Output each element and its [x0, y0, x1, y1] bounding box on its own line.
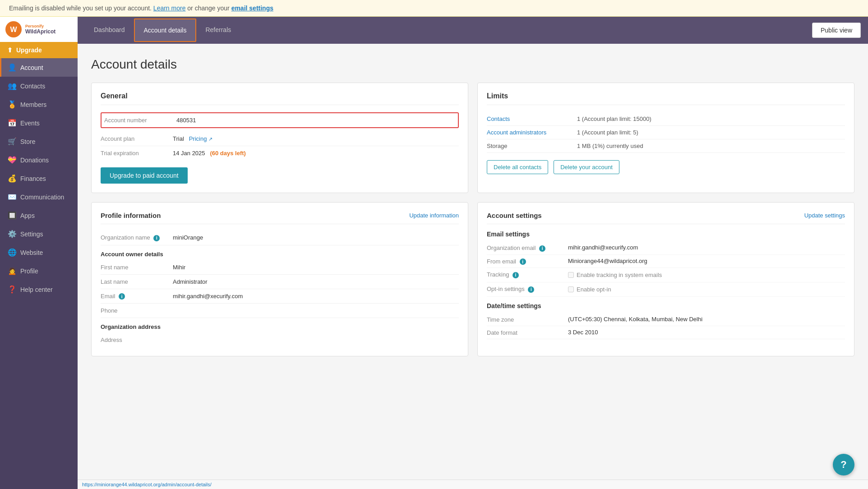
sidebar-item-apps[interactable]: 🔲Apps [0, 206, 78, 225]
tab-dashboard[interactable]: Dashboard [85, 19, 134, 42]
donations-icon: 💝 [8, 156, 16, 164]
email-value: mihir.gandhi@xecurify.com [173, 293, 459, 300]
members-icon: 🏅 [8, 100, 16, 109]
account-number-label: Account number [104, 117, 176, 124]
profile-info-card: Profile information Update information O… [91, 202, 468, 356]
date-format-value: 3 Dec 2010 [568, 329, 845, 336]
sidebar-item-settings[interactable]: ⚙️Settings [0, 225, 78, 243]
sidebar-label-donations: Donations [20, 157, 49, 164]
org-email-label: Organization email i [487, 244, 568, 252]
sidebar-item-events[interactable]: 📅Events [0, 114, 78, 132]
limits-storage-row: Storage 1 MB (1%) currently used [487, 139, 845, 153]
sidebar-item-communication[interactable]: ✉️Communication [0, 188, 78, 206]
settings-icon: ⚙️ [8, 230, 16, 238]
sidebar-label-apps: Apps [20, 212, 35, 219]
logo-brand: Personify [25, 24, 55, 28]
profile-icon: 🙍 [8, 267, 16, 275]
sidebar-item-help[interactable]: ❓Help center [0, 280, 78, 299]
communication-icon: ✉️ [8, 193, 16, 201]
account-settings-card: Account settings Update settings Email s… [477, 202, 854, 356]
datetime-settings-heading: Date/time settings [487, 302, 845, 309]
org-email-value: mihir.gandhi@xecurify.com [568, 244, 845, 251]
account-icon: 👤 [8, 63, 16, 72]
org-name-value: miniOrange [173, 234, 459, 241]
limits-card-title: Limits [487, 92, 845, 105]
update-settings-link[interactable]: Update settings [804, 212, 845, 219]
sidebar-label-profile: Profile [20, 268, 38, 275]
sidebar-item-members[interactable]: 🏅Members [0, 95, 78, 114]
cards-grid: General Account number 480531 Account pl… [91, 83, 854, 356]
website-icon: 🌐 [8, 248, 16, 257]
sidebar-label-members: Members [20, 101, 46, 108]
delete-account-button[interactable]: Delete your account [554, 160, 619, 174]
optin-row: Opt-in settings i Enable opt-in [487, 282, 845, 297]
store-icon: 🛒 [8, 137, 16, 146]
sidebar-item-finances[interactable]: 💰Finances [0, 169, 78, 188]
help-button[interactable]: ? [833, 454, 854, 475]
svg-text:W: W [10, 26, 17, 33]
address-row: Address [101, 333, 459, 347]
update-information-link[interactable]: Update information [409, 212, 459, 219]
sidebar-label-finances: Finances [20, 175, 46, 182]
timezone-value: (UTC+05:30) Chennai, Kolkata, Mumbai, Ne… [568, 316, 845, 323]
tab-account-details[interactable]: Account details [134, 18, 197, 42]
timezone-label: Time zone [487, 316, 568, 323]
from-email-info-icon: i [520, 258, 526, 265]
learn-more-link[interactable]: Learn more [153, 5, 186, 12]
sidebar-item-contacts[interactable]: 👥Contacts [0, 77, 78, 95]
last-name-value: Administrator [173, 278, 459, 285]
contacts-link[interactable]: Contacts [487, 115, 577, 122]
org-name-label: Organization name i [101, 234, 173, 241]
account-admins-link[interactable]: Account administrators [487, 129, 577, 136]
sidebar-label-help: Help center [20, 286, 53, 293]
org-name-row: Organization name i miniOrange [101, 231, 459, 245]
trial-expiration-value: 14 Jan 2025 (60 days left) [173, 150, 459, 157]
public-view-button[interactable]: Public view [812, 23, 861, 38]
email-info-icon: i [119, 293, 125, 300]
sidebar-item-store[interactable]: 🛒Store [0, 132, 78, 151]
tracking-checkbox[interactable] [568, 272, 574, 278]
tab-referrals[interactable]: Referrals [196, 19, 240, 42]
delete-all-contacts-button[interactable]: Delete all contacts [487, 160, 548, 174]
sidebar-label-website: Website [20, 249, 43, 256]
email-row: Email i mihir.gandhi@xecurify.com [101, 289, 459, 304]
account-plan-label: Account plan [101, 135, 173, 142]
date-format-row: Date format 3 Dec 2010 [487, 326, 845, 339]
status-url: https://miniorange44.wildapricot.org/adm… [82, 482, 212, 487]
email-settings-heading: Email settings [487, 231, 845, 238]
sidebar-label-store: Store [20, 138, 35, 145]
first-name-value: Mihir [173, 264, 459, 271]
sidebar-item-donations[interactable]: 💝Donations [0, 151, 78, 169]
upgrade-icon: ⬆ [7, 46, 13, 54]
banner-text: Emailing is disabled while you set up yo… [9, 5, 152, 12]
tracking-label: Tracking i [487, 271, 568, 278]
upgrade-button[interactable]: ⬆ Upgrade [0, 42, 78, 58]
events-icon: 📅 [8, 119, 16, 127]
tracking-checkbox-row: Enable tracking in system emails [568, 272, 845, 278]
optin-checkbox[interactable] [568, 286, 574, 292]
tracking-row: Tracking i Enable tracking in system ema… [487, 268, 845, 282]
upgrade-to-paid-button[interactable]: Upgrade to paid account [101, 167, 188, 184]
optin-label: Opt-in settings i [487, 285, 568, 293]
finances-icon: 💰 [8, 174, 16, 183]
admins-limit-value: 1 (Account plan limit: 5) [577, 129, 845, 136]
email-label: Email i [101, 293, 173, 300]
upgrade-label: Upgrade [16, 46, 42, 54]
account-plan-value: Trial Pricing ↗ [173, 135, 459, 142]
general-card: General Account number 480531 Account pl… [91, 83, 468, 193]
sidebar-item-profile[interactable]: 🙍Profile [0, 262, 78, 280]
sidebar-label-account: Account [20, 64, 43, 71]
org-email-info-icon: i [539, 245, 545, 252]
contacts-icon: 👥 [8, 82, 16, 90]
external-link-icon: ↗ [208, 136, 212, 142]
email-settings-link[interactable]: email settings [231, 5, 273, 12]
pricing-link[interactable]: Pricing [189, 135, 207, 142]
limits-buttons: Delete all contacts Delete your account [487, 160, 845, 174]
trial-expiration-row: Trial expiration 14 Jan 2025 (60 days le… [101, 146, 459, 160]
storage-label: Storage [487, 143, 577, 149]
page-content: Account details General Account number 4… [78, 44, 868, 480]
tracking-info-icon: i [512, 272, 519, 278]
sidebar-item-website[interactable]: 🌐Website [0, 243, 78, 262]
sidebar-item-account[interactable]: 👤Account [0, 58, 78, 77]
logo: W Personify WildApricot [0, 17, 78, 42]
